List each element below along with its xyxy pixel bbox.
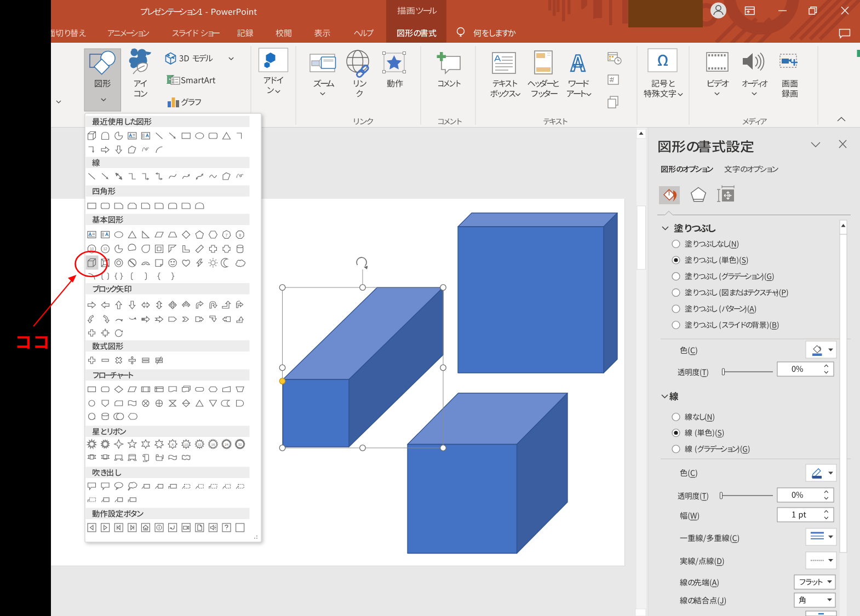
svg-text:16: 16 [211, 443, 215, 446]
svg-text:32: 32 [238, 443, 242, 446]
svg-text:12: 12 [103, 247, 107, 251]
svg-text:24: 24 [225, 443, 228, 446]
svg-text:8: 8 [239, 233, 241, 237]
svg-text:12: 12 [198, 443, 202, 446]
svg-text:10: 10 [184, 443, 188, 446]
svg-text:7: 7 [226, 233, 228, 237]
svg-text:10: 10 [90, 247, 94, 251]
